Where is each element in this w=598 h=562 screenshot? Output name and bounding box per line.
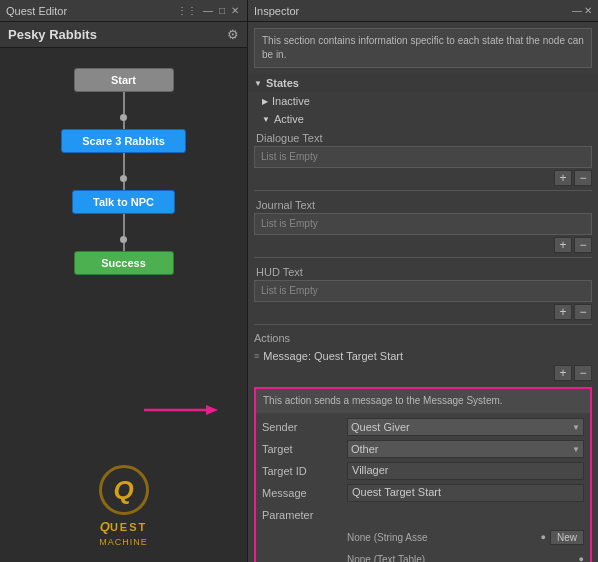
parameter-row: Parameter — [256, 504, 590, 526]
inactive-label: Inactive — [272, 95, 310, 107]
inactive-state[interactable]: ▶ Inactive — [248, 92, 598, 110]
inactive-triangle: ▶ — [262, 97, 268, 106]
quest-editor-panel: Quest Editor ⋮⋮ — □ ✕ Pesky Rabbits ⚙ St… — [0, 0, 248, 562]
connector-dot-2 — [120, 175, 127, 182]
active-state[interactable]: ▼ Active — [248, 110, 598, 128]
active-triangle: ▼ — [262, 115, 270, 124]
journal-remove-btn[interactable]: − — [574, 237, 592, 253]
circle-icon[interactable]: ● — [541, 532, 546, 542]
quest-canvas: Start Scare 3 Rabbits Talk to NPC Succes… — [0, 48, 247, 562]
target-dropdown[interactable]: Other ▼ — [347, 440, 584, 458]
parameter-label: Parameter — [262, 509, 347, 521]
logo-text: UEST — [110, 519, 147, 537]
minimize-icon[interactable]: — — [201, 5, 215, 16]
message-label: Message — [262, 487, 347, 499]
info-box: This section contains information specif… — [254, 28, 592, 68]
journal-list-empty: List is Empty — [254, 213, 592, 235]
dialogue-text-title: Dialogue Text — [254, 128, 592, 146]
dialogue-text-section: Dialogue Text List is Empty + − — [248, 128, 598, 186]
none-text-table-row: None (Text Table) ● — [256, 548, 590, 562]
start-node[interactable]: Start — [74, 68, 174, 92]
message-input[interactable]: Quest Target Start — [347, 484, 584, 502]
message-row: Message Quest Target Start — [256, 482, 590, 504]
sender-dropdown[interactable]: Quest Giver ▼ — [347, 418, 584, 436]
connector-4 — [123, 182, 125, 190]
inspector-close[interactable]: ✕ — [584, 5, 592, 16]
sender-label: Sender — [262, 421, 347, 433]
divider-2 — [254, 257, 592, 258]
start-node-box[interactable]: Start — [74, 68, 174, 92]
none-text-table-text: None (Text Table) — [347, 554, 575, 563]
logo-q-letter: Q — [113, 475, 133, 506]
divider-1 — [254, 190, 592, 191]
hud-add-btn[interactable]: + — [554, 304, 572, 320]
actions-header: Actions — [248, 329, 598, 347]
actions-add-remove: + − — [248, 365, 598, 383]
divider-3 — [254, 324, 592, 325]
highlighted-info: This action sends a message to the Messa… — [256, 389, 590, 413]
scare-rabbits-box[interactable]: Scare 3 Rabbits — [61, 129, 186, 153]
quest-editor-title-bar: Quest Editor ⋮⋮ — □ ✕ — [0, 0, 247, 22]
actions-add-btn[interactable]: + — [554, 365, 572, 381]
talk-npc-node[interactable]: Talk to NPC — [72, 190, 175, 214]
journal-add-btn[interactable]: + — [554, 237, 572, 253]
gear-icon[interactable]: ⚙ — [227, 27, 239, 42]
pink-arrow-svg — [144, 400, 224, 420]
app-title-bar: Pesky Rabbits ⚙ — [0, 22, 247, 48]
target-row: Target Other ▼ — [256, 438, 590, 460]
close-icon[interactable]: ✕ — [229, 5, 241, 16]
journal-text-section: Journal Text List is Empty + − — [248, 195, 598, 253]
highlighted-action-box: This action sends a message to the Messa… — [254, 387, 592, 562]
new-button[interactable]: New — [550, 530, 584, 545]
target-label: Target — [262, 443, 347, 455]
inspector-title: Inspector — [254, 5, 299, 17]
none-text-table-container: None (Text Table) ● — [347, 554, 584, 563]
talk-npc-box[interactable]: Talk to NPC — [72, 190, 175, 214]
hud-remove-btn[interactable]: − — [574, 304, 592, 320]
success-node-box[interactable]: Success — [74, 251, 174, 275]
quest-machine-logo: Q Q UEST MACHINE — [99, 465, 149, 547]
connector-5 — [123, 214, 125, 236]
connector-6 — [123, 243, 125, 251]
info-text: This section contains information specif… — [262, 35, 584, 60]
states-header[interactable]: ▼ States — [248, 74, 598, 92]
states-label: States — [266, 77, 299, 89]
hud-text-section: HUD Text List is Empty + − — [248, 262, 598, 320]
pink-arrow-container — [144, 400, 224, 422]
states-triangle: ▼ — [254, 79, 262, 88]
inspector-title-bar: Inspector — ✕ — [248, 0, 598, 22]
dialogue-remove-btn[interactable]: − — [574, 170, 592, 186]
inspector-content[interactable]: This section contains information specif… — [248, 22, 598, 562]
sender-row: Sender Quest Giver ▼ — [256, 416, 590, 438]
scare-rabbits-node[interactable]: Scare 3 Rabbits — [61, 129, 186, 153]
hud-text-title: HUD Text — [254, 262, 592, 280]
hud-add-remove: + − — [254, 304, 592, 320]
action-text: Message: Quest Target Start — [263, 350, 403, 362]
svg-marker-1 — [206, 405, 218, 415]
sender-value: Quest Giver — [351, 421, 410, 433]
action-row[interactable]: ≡ Message: Quest Target Start — [248, 347, 598, 365]
sender-arrow: ▼ — [572, 423, 580, 432]
inspector-minimize[interactable]: — — [572, 5, 582, 16]
app-title: Pesky Rabbits — [8, 27, 97, 42]
inspector-controls: — ✕ — [572, 5, 592, 16]
success-node[interactable]: Success — [74, 251, 174, 275]
dialogue-add-btn[interactable]: + — [554, 170, 572, 186]
menu-icon[interactable]: ⋮⋮ — [175, 5, 199, 16]
active-label: Active — [274, 113, 304, 125]
logo-subtext: MACHINE — [99, 537, 149, 547]
target-id-input[interactable]: Villager — [347, 462, 584, 480]
circle-icon-2[interactable]: ● — [579, 554, 584, 562]
title-bar-controls: ⋮⋮ — □ ✕ — [175, 5, 241, 16]
maximize-icon[interactable]: □ — [217, 5, 227, 16]
logo-circle: Q — [99, 465, 149, 515]
journal-add-remove: + − — [254, 237, 592, 253]
none-string-text: None (String Asse — [347, 532, 537, 543]
connector-3 — [123, 153, 125, 175]
inspector-panel: Inspector — ✕ This section contains info… — [248, 0, 598, 562]
logo-q-small: Q — [100, 519, 110, 537]
none-string-row: None (String Asse ● New — [256, 526, 590, 548]
actions-remove-btn[interactable]: − — [574, 365, 592, 381]
dialogue-list-empty: List is Empty — [254, 146, 592, 168]
target-value: Other — [351, 443, 379, 455]
